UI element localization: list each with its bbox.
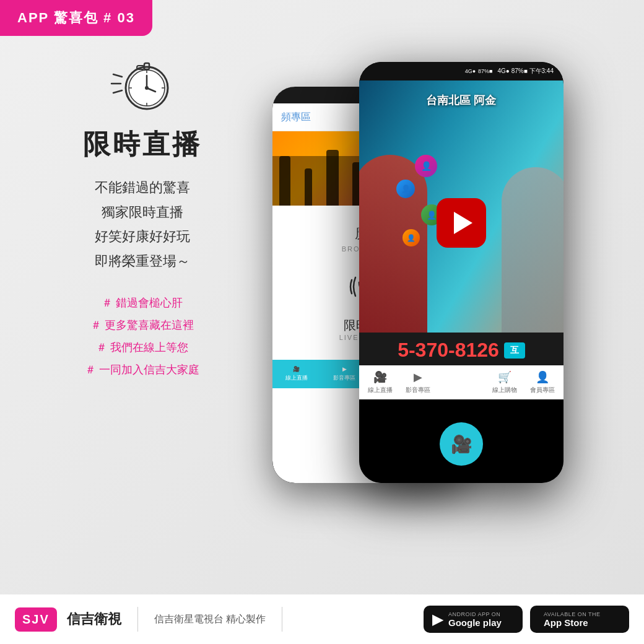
play-triangle-icon [454,212,472,234]
subtitle-line-4: 即將榮重登場～ [19,249,266,274]
svg-line-1 [113,74,122,77]
phone-front-signal-icon: 4G● [465,68,476,74]
back-nav-live-label: 線上直播 [285,374,308,382]
front-nav-live-icon: 🎥 [373,370,387,384]
front-nav-member-icon: 👤 [536,370,549,384]
front-nav-live[interactable]: 🎥 線上直播 [368,370,393,394]
subtitle-lines: 不能錯過的驚喜 獨家限時直播 好笑好康好好玩 即將榮重登場～ [19,175,266,273]
bubble-2: 👤 [396,180,415,198]
front-nav-shop-label: 線上購物 [492,386,517,394]
brand-logo: SJV [15,607,57,632]
left-panel: 限時直播 不能錯過的驚喜 獨家限時直播 好笑好康好好玩 即將榮重登場～ ＃ 錯過… [19,50,266,381]
stopwatch-svg [108,50,176,118]
front-nav-member-label: 會員專區 [530,386,555,394]
front-nav-shop-icon: 🛒 [498,370,511,384]
front-nav-member[interactable]: 👤 會員專區 [530,370,555,394]
front-nav-video-label: 影音專區 [406,386,430,394]
app-badge: APP 驚喜包 # 03 [0,0,152,36]
back-nav-video-icon: ▶ [342,366,347,372]
subtitle-line-3: 好笑好康好好玩 [19,224,266,249]
phone-front: 4G● 87%■ 4G● 87%■ 下午3:44 台南北區 阿金 👤 👤 👤 [359,62,564,483]
play-button[interactable] [437,198,486,248]
hashtag-1: ＃ 錯過會槌心肝 [19,292,266,314]
footer-divider-2 [282,607,282,632]
hashtag-3: ＃ 我們在線上等您 [19,336,266,359]
interact-button[interactable]: 互 [504,342,525,359]
stopwatch-icon-container [19,50,266,120]
phone-front-nav: 🎥 線上直播 ▶ 影音專區 🛒 線上購物 👤 會員專區 [359,365,564,399]
footer-divider-1 [137,607,138,632]
subtitle-line-1: 不能錯過的驚喜 [19,175,266,200]
phone-front-screen: 4G● 87%■ 4G● 87%■ 下午3:44 台南北區 阿金 👤 👤 👤 [359,62,564,483]
store-buttons: ▶ ANDROID APP ON Google play Available o… [424,606,629,633]
footer-tagline: 信吉衛星電視台 精心製作 [154,613,266,626]
hashtag-section: ＃ 錯過會槌心肝 ＃ 更多驚喜藏在這裡 ＃ 我們在線上等您 ＃ 一同加入信吉大家… [19,292,266,381]
logo-text: SJV [22,612,50,626]
phone-front-status-bar: 4G● 87%■ 4G● 87%■ 下午3:44 [359,62,564,80]
phone-front-time: 4G● 87%■ 下午3:44 [498,67,554,76]
front-nav-video-icon: ▶ [414,370,422,384]
google-play-icon: ▶ [432,611,443,628]
phone-video-area: 台南北區 阿金 👤 👤 👤 👤 [359,80,564,365]
camera-icon: 🎥 [451,434,472,455]
front-nav-shop[interactable]: 🛒 線上購物 [492,370,517,394]
bubble-1: 👤 [415,155,437,177]
google-play-text: ANDROID APP ON Google play [448,611,502,628]
phones-area: 📶 4G● 87%■ 下午3:44 頻專區 ▤ [266,62,632,533]
front-nav-live-label: 線上直播 [368,386,393,394]
app-store-button[interactable]: Available on the App Store [530,606,629,633]
svg-point-9 [145,86,149,90]
footer: SJV 信吉衛視 信吉衛星電視台 精心製作 ▶ ANDROID APP ON G… [0,594,644,644]
google-play-small-text: ANDROID APP ON [448,611,502,617]
phone-back-header-title: 頻專區 [281,111,311,124]
front-nav-video[interactable]: ▶ 影音專區 [406,370,430,394]
back-nav-item-live[interactable]: 🎥 線上直播 [285,366,308,382]
brand-name: 信吉衛視 [67,610,121,629]
phone-front-battery-icon: 87%■ [478,68,492,74]
streamer-label: 台南北區 阿金 [426,93,496,108]
svg-line-2 [113,90,122,93]
play-btn-circle [437,198,486,248]
google-play-button[interactable]: ▶ ANDROID APP ON Google play [424,606,523,633]
back-nav-video-label: 影音專區 [333,374,355,382]
google-play-big-text: Google play [448,617,502,628]
hashtag-4: ＃ 一同加入信吉大家庭 [19,359,266,381]
back-nav-item-video[interactable]: ▶ 影音專區 [333,366,355,382]
main-title: 限時直播 [19,126,266,163]
hashtag-2: ＃ 更多驚喜藏在這裡 [19,314,266,336]
phone-number-text: 5-370-8126 [398,339,499,362]
teal-camera-button[interactable]: 🎥 [440,422,483,466]
app-store-text: Available on the App Store [544,611,601,628]
app-badge-text: APP 驚喜包 # 03 [17,10,135,25]
back-nav-live-icon: 🎥 [293,366,300,372]
bubble-4: 👤 [402,229,420,246]
subtitle-line-2: 獨家限時直播 [19,200,266,225]
app-store-small-text: Available on the [544,611,601,617]
app-store-big-text: App Store [544,617,601,628]
phone-number-bar: 5-370-8126 互 [359,333,564,365]
